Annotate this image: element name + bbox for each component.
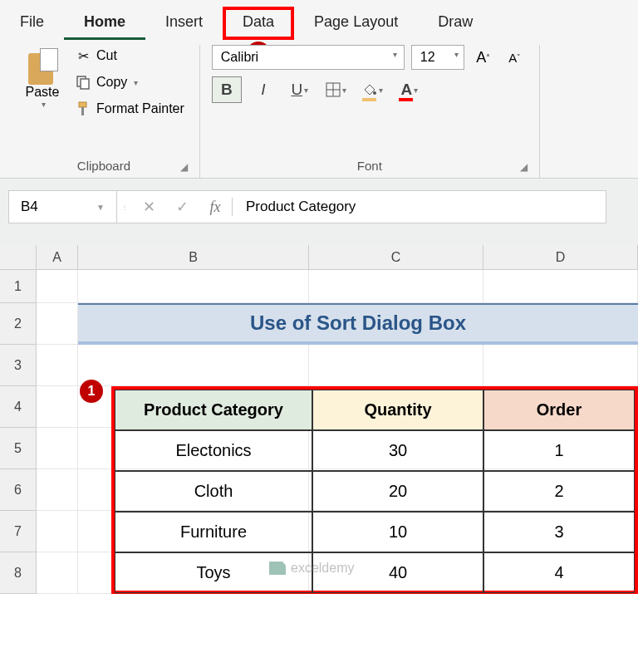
table-cell[interactable]: Electonics [115, 430, 312, 471]
cells-area[interactable]: Use of Sort Dialog Box 1 Product Categor… [37, 270, 638, 594]
table-cell[interactable]: 3 [483, 512, 635, 552]
brush-icon [75, 101, 91, 117]
select-all-corner[interactable] [0, 245, 37, 269]
col-header-a[interactable]: A [37, 245, 78, 269]
table-cell[interactable]: Cloth [115, 471, 312, 512]
copy-icon [75, 74, 91, 91]
row-header[interactable]: 6 [0, 469, 37, 511]
data-table-highlight: Product Category Quantity Order Electoni… [111, 386, 638, 594]
enter-formula-button[interactable]: ✓ [165, 191, 199, 223]
cut-button[interactable]: ✂ Cut [71, 45, 188, 66]
svg-rect-3 [81, 107, 84, 115]
row-header[interactable]: 7 [0, 511, 37, 552]
group-clipboard: Paste ▾ ✂ Cut Copy ▾ [8, 45, 200, 178]
worksheet-grid: A B C D 1 2 3 4 5 6 7 8 Use of Sort Dial… [0, 245, 638, 594]
header-order[interactable]: Order [483, 390, 635, 430]
copy-button[interactable]: Copy ▾ [71, 71, 188, 93]
copy-label: Copy [96, 75, 127, 90]
sheet-title: Use of Sort Dialog Box [78, 303, 638, 345]
group-font: Calibri ▾ 12 ▾ A˄ A˅ B I U▾ [200, 45, 540, 178]
chevron-down-icon: ▾ [342, 86, 346, 95]
font-name-select[interactable]: Calibri ▾ [212, 45, 405, 70]
tab-data[interactable]: Data 2 [223, 7, 294, 40]
svg-rect-2 [79, 102, 86, 107]
underline-button[interactable]: U▾ [285, 76, 315, 103]
insert-function-button[interactable]: fx [199, 191, 232, 223]
row-header[interactable]: 3 [0, 345, 37, 386]
table-cell[interactable]: Furniture [115, 512, 312, 552]
dialog-launcher-icon[interactable]: ◢ [520, 161, 528, 173]
chevron-down-icon: ▼ [96, 203, 105, 212]
ribbon-tabs: File Home Insert Data 2 Page Layout Draw [0, 0, 638, 40]
formula-input[interactable]: Product Category [233, 199, 369, 215]
chevron-down-icon: ▾ [42, 100, 46, 109]
row-header[interactable]: 5 [0, 428, 37, 469]
row-header[interactable]: 8 [0, 552, 37, 594]
chevron-down-icon: ▾ [304, 86, 308, 95]
row-header[interactable]: 2 [0, 303, 37, 345]
col-header-b[interactable]: B [78, 245, 309, 269]
italic-button[interactable]: I [248, 76, 278, 103]
chevron-down-icon: ▾ [393, 50, 397, 59]
ribbon: File Home Insert Data 2 Page Layout Draw… [0, 0, 638, 179]
cancel-formula-button[interactable]: ✕ [132, 191, 165, 223]
group-font-label: Font ◢ [212, 155, 528, 176]
column-headers: A B C D [0, 245, 638, 270]
col-header-d[interactable]: D [483, 245, 638, 269]
row-headers: 1 2 3 4 5 6 7 8 [0, 270, 37, 594]
font-color-button[interactable]: A ▾ [395, 76, 425, 103]
name-box[interactable]: B4 ▼ [9, 191, 117, 223]
formula-bar: B4 ▼ ⋮ ✕ ✓ fx Product Category [8, 190, 606, 223]
fill-color-button[interactable]: ▾ [358, 76, 388, 103]
table-cell[interactable]: 30 [312, 430, 483, 471]
chevron-down-icon: ▾ [379, 86, 383, 95]
paste-icon [27, 48, 58, 85]
format-painter-button[interactable]: Format Painter [71, 98, 188, 120]
table-cell[interactable]: 1 [483, 430, 635, 471]
header-quantity[interactable]: Quantity [312, 390, 483, 430]
col-header-c[interactable]: C [309, 245, 483, 269]
font-size-select[interactable]: 12 ▾ [411, 45, 464, 70]
tab-file[interactable]: File [0, 7, 64, 40]
callout-badge-1: 1 [80, 380, 103, 403]
watermark: exceldemy [269, 561, 354, 576]
painter-label: Format Painter [96, 101, 184, 116]
cut-label: Cut [96, 48, 117, 63]
chevron-down-icon: ▾ [454, 50, 459, 59]
borders-icon [326, 82, 341, 97]
table-cell[interactable]: 20 [312, 471, 483, 512]
tab-home[interactable]: Home [64, 7, 145, 40]
paste-button[interactable]: Paste ▾ [20, 45, 65, 112]
watermark-icon [269, 562, 286, 575]
tab-page-layout[interactable]: Page Layout [294, 7, 418, 40]
bucket-icon [362, 82, 377, 97]
table-cell[interactable]: 2 [483, 471, 635, 512]
bold-button[interactable]: B [212, 76, 242, 103]
group-clipboard-label: Clipboard ◢ [20, 155, 188, 176]
svg-rect-1 [81, 79, 89, 89]
table-cell[interactable]: 4 [483, 552, 635, 593]
scissors-icon: ✂ [75, 47, 91, 64]
increase-font-button[interactable]: A˄ [471, 45, 496, 70]
tab-insert[interactable]: Insert [145, 7, 223, 40]
formula-bar-area: B4 ▼ ⋮ ✕ ✓ fx Product Category [0, 179, 638, 245]
chevron-down-icon: ▾ [414, 86, 418, 95]
decrease-font-button[interactable]: A˅ [503, 45, 528, 70]
svg-point-7 [373, 91, 376, 95]
chevron-down-icon: ▾ [134, 78, 138, 87]
tab-draw[interactable]: Draw [418, 7, 493, 40]
header-product-category[interactable]: Product Category [115, 390, 312, 430]
paste-label: Paste [26, 85, 60, 100]
row-header[interactable]: 4 [0, 386, 37, 428]
row-header[interactable]: 1 [0, 270, 37, 303]
table-cell[interactable]: 10 [312, 512, 483, 552]
tab-data-label: Data [243, 13, 274, 30]
borders-button[interactable]: ▾ [321, 76, 351, 103]
dialog-launcher-icon[interactable]: ◢ [180, 161, 188, 173]
